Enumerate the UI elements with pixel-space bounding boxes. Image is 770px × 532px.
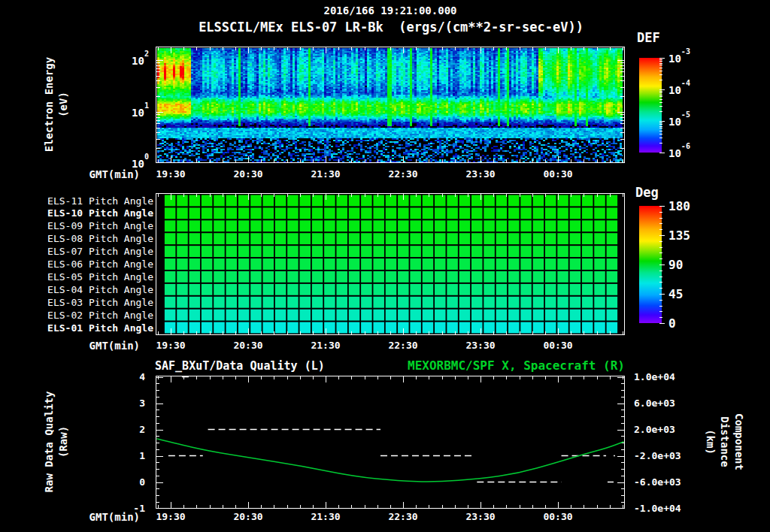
def-tick-label: 10-5 [668,114,690,128]
quality-tick-label: -1 [105,503,145,514]
deg-colorbar-tick [659,311,662,312]
deg-colorbar-tick [659,271,662,271]
x-tick-label: 22:30 [388,168,417,180]
x-tick-label: 21:30 [311,168,340,180]
x-tick-label: 19:30 [156,340,185,351]
x-tick-label: 21:30 [311,511,340,522]
pitch-angle-grid-canvas [156,193,625,335]
def-colorbar-tick [659,131,662,131]
x-tick-label: 21:30 [311,340,340,351]
x-tick-label: 22:30 [388,340,417,351]
distance-tick-label: -1.0e+04 [634,503,681,514]
pitch-row-label: ELS-04 Pitch Angle [30,284,153,295]
raw-quality-axis-label-line2: (Raw) [56,391,71,493]
deg-colorbar-tick [659,317,662,318]
distance-tick-label: 6.0e+03 [634,397,675,409]
x-tick-label: 00:30 [543,168,572,180]
deg-tick-label: 0 [668,316,676,331]
def-colorbar-tick [659,58,665,59]
x-tick-label: 19:30 [156,511,185,522]
x-tick-label: 19:30 [156,168,185,180]
x-tick-label: 23:30 [465,340,495,351]
def-colorbar-tick [659,59,662,60]
quality-tick-label: 1 [105,450,145,461]
deg-colorbar-tick [659,252,662,253]
pitch-row-label: ELS-03 Pitch Angle [30,297,153,308]
x-tick-label: 00:30 [543,511,572,522]
deg-colorbar-tick [659,282,662,283]
distance-tick-label: 1.0e+04 [634,371,675,382]
deg-colorbar-tick [659,247,662,248]
distance-tick-label: -2.0e+03 [634,450,681,461]
component-distance-axis-label: Component Distance (km) [703,413,746,470]
deg-colorbar-tick [659,218,662,219]
def-colorbar-tick [659,99,662,100]
energy-tick-label: 101 [113,105,149,119]
gmt-label-mid: GMT(min) [68,340,140,352]
pitch-row-label: ELS-02 Pitch Angle [30,310,153,321]
x-tick-label: 20:30 [233,168,262,180]
deg-colorbar-tick [659,306,662,307]
x-tick-label: 22:30 [388,511,417,522]
deg-colorbar-tick [659,294,665,295]
def-colorbar-tick [659,122,662,123]
pitch-row-label: ELS-09 Pitch Angle [30,220,153,231]
plot-stage: 2016/166 19:21:00.000 ELSSCIL/MEx ELS-07… [0,0,770,532]
pitch-row-label: ELS-07 Pitch Angle [30,246,153,257]
def-colorbar-tick [659,61,662,62]
bottom-left-series-title: SAF_BXuT/Data Quality (L) [155,359,325,373]
pitch-row-label: ELS-11 Pitch Angle [30,195,153,207]
bottom-right-series-title: MEXORBMC/SPF X, Spacecraft (R) [376,358,625,373]
pitch-row-label: ELS-06 Pitch Angle [30,258,153,270]
deg-tick-label: 135 [668,228,690,243]
deg-colorbar-tick [659,229,662,230]
def-colorbar-tick [659,95,662,95]
energy-axis-label-line2: (eV) [56,57,71,152]
def-colorbar-tick [659,143,662,144]
quality-tick-label: 2 [105,424,145,435]
deg-tick-label: 180 [668,199,690,213]
def-colorbar [639,58,662,153]
def-colorbar-tick [659,138,662,138]
energy-tick-label: 102 [113,53,149,67]
x-tick-label: 00:30 [543,340,572,351]
deg-colorbar [639,206,662,323]
quality-position-plot-canvas [156,376,625,509]
def-colorbar-tick [659,124,662,125]
energy-axis-label-line1: Electron Energy [42,57,56,152]
pitch-row-label: ELS-05 Pitch Angle [30,271,153,283]
def-tick-label: 10-3 [668,51,690,65]
def-tick-label: 10-4 [668,83,690,96]
distance-tick-label: 2.0e+03 [634,424,675,435]
distance-tick-label: -6.0e+03 [634,476,681,488]
energy-axis-label: Electron Energy (eV) [42,57,71,152]
def-colorbar-tick [659,63,662,64]
def-colorbar-tick [659,96,662,97]
deg-colorbar-tick [659,300,662,301]
x-tick-label: 23:30 [465,511,495,522]
def-colorbar-title: DEF [637,30,660,45]
x-tick-label: 23:30 [465,168,495,180]
def-colorbar-tick [659,80,662,80]
datetime-title: 2016/166 19:21:00.000 [156,5,625,17]
def-colorbar-tick [659,102,662,103]
def-colorbar-tick [659,111,662,112]
def-colorbar-tick [659,71,662,71]
component-distance-axis-label-line1: Component Distance [717,413,746,470]
def-colorbar-tick [659,126,662,127]
pitch-row-label: ELS-10 Pitch Angle [30,207,153,219]
x-tick-label: 20:30 [233,511,262,522]
x-tick-label: 20:30 [233,340,262,351]
def-colorbar-tick [659,65,662,65]
deg-colorbar-tick [659,206,665,207]
quality-tick-label: 3 [105,397,145,409]
pitch-row-label: ELS-08 Pitch Angle [30,233,153,244]
deg-colorbar-tick [659,212,662,213]
deg-colorbar-tick [659,277,662,277]
raw-quality-axis-label-line1: Raw Data Quality [42,391,56,493]
deg-colorbar-tick [659,288,662,289]
def-colorbar-tick [659,89,665,90]
raw-quality-axis-label: Raw Data Quality (Raw) [42,391,71,493]
deg-tick-label: 90 [668,258,683,272]
def-colorbar-tick [659,74,662,75]
